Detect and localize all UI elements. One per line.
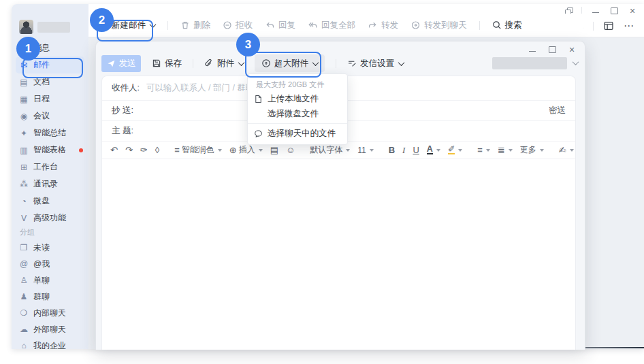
- email-body-editor[interactable]: [102, 159, 575, 350]
- person-icon: ♙: [19, 276, 29, 285]
- sidebar-item-external-chat[interactable]: ☁外部聊天: [12, 321, 88, 337]
- cc-label: 抄 送:: [112, 105, 133, 116]
- sidebar-item-my-company[interactable]: ⌂我的企业: [12, 337, 88, 349]
- layout-icon[interactable]: [603, 20, 614, 31]
- compose-icon: [98, 20, 108, 31]
- to-label: 收件人:: [112, 82, 140, 94]
- more-formats-button[interactable]: 更多: [520, 144, 544, 156]
- forward-to-chat-button[interactable]: 转发到聊天: [410, 20, 467, 31]
- italic-button[interactable]: I: [402, 145, 405, 156]
- caret-icon: [218, 149, 222, 152]
- compose-window: × 发送 保存: [95, 41, 585, 350]
- sidebar-item-wedisk[interactable]: ◔微盘: [12, 193, 88, 210]
- search-button[interactable]: 搜索: [492, 20, 522, 31]
- undo-button[interactable]: ↶: [110, 146, 118, 154]
- sidebar-item-direct-chat[interactable]: ♙单聊: [12, 272, 88, 288]
- sidebar-item-group-chat[interactable]: ♟群聊: [12, 288, 88, 305]
- reply-all-button[interactable]: 回复全部: [308, 20, 355, 31]
- reply-button[interactable]: 回复: [265, 20, 295, 31]
- user-name-redacted: [37, 22, 70, 33]
- compose-toolbar: 发送 保存 附件: [101, 54, 476, 73]
- sidebar-item-workbench[interactable]: ⊞工作台: [12, 159, 88, 176]
- menu-header: 最大支持 20GB 文件: [248, 77, 347, 91]
- forward-button[interactable]: 转发: [368, 20, 398, 31]
- divider: [193, 59, 193, 68]
- bcc-link[interactable]: 密送: [549, 105, 566, 116]
- redo-button[interactable]: ↷: [125, 146, 133, 154]
- group-section-label: 分组: [20, 227, 35, 237]
- save-button[interactable]: 保存: [152, 58, 182, 69]
- people-icon: ♟: [19, 292, 29, 301]
- highlight-button[interactable]: ✐: [448, 146, 462, 154]
- delete-button[interactable]: 删除: [180, 20, 210, 31]
- caret-icon: [458, 149, 462, 152]
- sidebar-item-ai-summary[interactable]: ✦智能总结: [12, 125, 88, 142]
- card-template-button[interactable]: ▤: [270, 146, 278, 154]
- signature-button[interactable]: ✍: [559, 146, 574, 154]
- insert-button[interactable]: ⊕插入: [229, 144, 263, 156]
- to-placeholder: 可以输入联系人 / 部门 / 群聊: [146, 82, 254, 94]
- send-settings-button[interactable]: 发信设置: [347, 58, 404, 69]
- send-settings-icon: [347, 59, 357, 68]
- divider: [479, 21, 480, 30]
- sender-chevron-icon[interactable]: [573, 59, 579, 65]
- sidebar: ▣消息 ✉邮件 ▤文档 ▦日程 ◉会议 ✦智能总结 ▥智能表格 ⊞工作台 ⁂通讯…: [12, 4, 88, 349]
- divider: [336, 59, 336, 68]
- clear-format-button[interactable]: ◊: [155, 146, 159, 154]
- caret-icon: [346, 149, 350, 152]
- sidebar-item-mail[interactable]: ✉邮件: [16, 56, 84, 73]
- sidebar-item-smart-table[interactable]: ▥智能表格: [12, 142, 88, 159]
- ai-polish-button[interactable]: ≡智能润色: [174, 144, 222, 156]
- new-mail-button[interactable]: 新建邮件: [98, 20, 155, 31]
- bold-button[interactable]: B: [389, 145, 395, 155]
- maximize-button[interactable]: [609, 7, 619, 15]
- forward-chat-icon: [410, 20, 421, 30]
- bubble-icon: ❍: [19, 308, 29, 318]
- compose-maximize-button[interactable]: [547, 46, 557, 54]
- caret-icon: [509, 149, 513, 152]
- chat-icon: ▣: [19, 44, 29, 53]
- font-size-select[interactable]: 11: [357, 146, 373, 155]
- polish-icon: ≡: [174, 146, 180, 154]
- chevron-down-icon: [238, 59, 245, 66]
- font-color-button[interactable]: A: [427, 146, 440, 154]
- align-button[interactable]: ≡: [477, 146, 490, 154]
- compose-minimize-button[interactable]: [528, 46, 537, 54]
- attachment-button[interactable]: 附件: [204, 58, 244, 69]
- mail-icon: ✉: [19, 61, 29, 70]
- big-attachment-icon: [261, 59, 271, 68]
- list-button[interactable]: ≣: [498, 146, 513, 154]
- more-icon[interactable]: ⋯: [624, 22, 634, 29]
- sidebar-item-meeting[interactable]: ◉会议: [12, 107, 88, 125]
- format-painter-button[interactable]: ✑: [140, 146, 148, 154]
- sidebar-item-contacts[interactable]: ⁂通讯录: [12, 176, 88, 193]
- minimize-button[interactable]: [591, 7, 600, 15]
- sidebar-item-unread[interactable]: ❐未读: [12, 239, 88, 256]
- divider: [593, 22, 594, 31]
- underline-button[interactable]: U: [413, 145, 419, 155]
- profile[interactable]: [19, 20, 70, 34]
- sidebar-item-advanced[interactable]: Ⅴ高级功能: [12, 210, 88, 227]
- reject-button[interactable]: 拒收: [223, 20, 253, 31]
- avatar[interactable]: [19, 20, 33, 34]
- unread-icon: ❐: [19, 243, 29, 252]
- sidebar-item-internal-chat[interactable]: ❍内部聊天: [12, 305, 88, 321]
- reply-icon: [265, 20, 275, 30]
- sender-account-redacted[interactable]: [492, 57, 567, 69]
- font-family-select[interactable]: 默认字体: [310, 144, 350, 156]
- menu-item-chat-file[interactable]: 选择聊天中的文件: [248, 126, 347, 141]
- close-button[interactable]: ×: [628, 7, 637, 15]
- sidebar-item-messages[interactable]: ▣消息: [12, 39, 88, 56]
- menu-item-upload-local[interactable]: 上传本地文件: [248, 91, 347, 106]
- org-icon: ⁂: [19, 180, 29, 189]
- compose-close-button[interactable]: ×: [567, 46, 577, 54]
- caret-icon: [259, 149, 263, 152]
- sidebar-item-mentions[interactable]: @@我: [12, 256, 88, 272]
- search-icon: [492, 20, 502, 30]
- sidebar-item-schedule[interactable]: ▦日程: [12, 90, 88, 107]
- send-button[interactable]: 发送: [101, 55, 141, 72]
- menu-item-wedisk-file[interactable]: 选择微盘文件: [248, 106, 347, 121]
- big-attachment-button[interactable]: 超大附件: [255, 54, 325, 72]
- sidebar-item-docs[interactable]: ▤文档: [12, 73, 88, 90]
- emoji-button[interactable]: ☺: [286, 146, 295, 154]
